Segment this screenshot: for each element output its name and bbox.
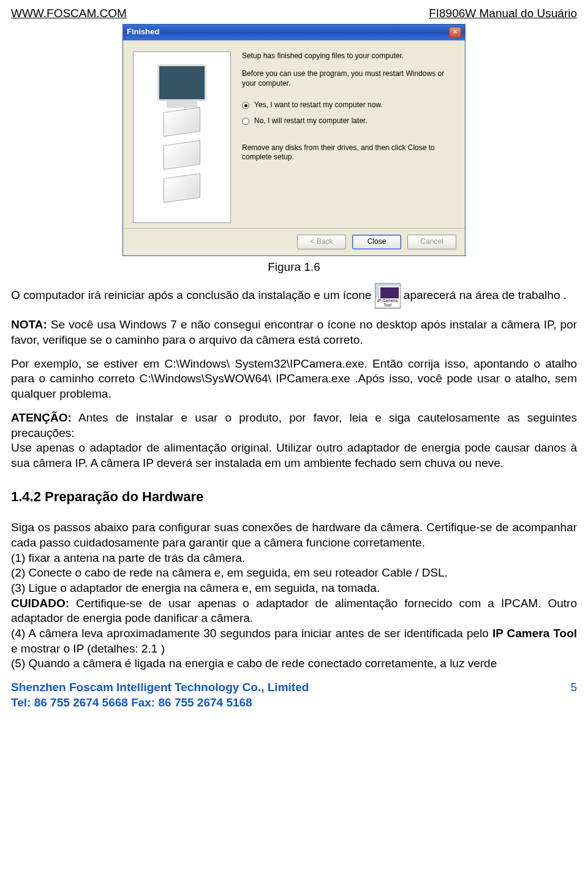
paragraph-restart-icon: O computador irá reiniciar após a conclu… — [11, 283, 577, 309]
close-icon[interactable]: × — [449, 27, 461, 38]
paragraph-example-path: Por exemplo, se estiver em C:\Windows\ S… — [11, 357, 577, 402]
page-number: 5 — [570, 680, 577, 710]
dialog-button-row: < Back Close Cancel — [123, 228, 465, 255]
paragraph-nota: NOTA: Se você usa Windows 7 e não conseg… — [11, 317, 577, 347]
figure-caption: Figura 1.6 — [11, 260, 577, 275]
finished-dialog: Finished × Setup has finished copying fi… — [123, 24, 466, 256]
footer-tel: Tel: 86 755 2674 5668 Fax: 86 755 2674 5… — [11, 695, 309, 711]
section-heading-hardware: 1.4.2 Preparação do Hardware — [11, 488, 577, 506]
ipcamera-tool-icon: IP Camera Tool — [375, 283, 401, 309]
dialog-titlebar: Finished × — [123, 25, 465, 40]
back-button: < Back — [297, 235, 346, 249]
dialog-body: Setup has finished copying files to your… — [123, 40, 465, 228]
header-right: FI8906W Manual do Usuário — [429, 6, 577, 21]
setup-finished-text: Setup has finished copying files to your… — [242, 51, 455, 61]
radio-icon — [242, 102, 249, 109]
restart-radio-group: Yes, I want to restart my computer now. … — [242, 100, 455, 126]
restart-required-text: Before you can use the program, you must… — [242, 69, 455, 88]
footer-company: Shenzhen Foscam Intelligent Technology C… — [11, 680, 309, 695]
radio-restart-now[interactable]: Yes, I want to restart my computer now. — [242, 100, 455, 110]
disk-icon — [164, 107, 200, 136]
cancel-button: Cancel — [407, 235, 456, 249]
cuidado-label: CUIDADO: — [11, 597, 69, 610]
disk-icon — [164, 173, 200, 202]
header-left: WWW.FOSCAM.COM — [11, 6, 127, 21]
dialog-screenshot-wrap: Finished × Setup has finished copying fi… — [11, 24, 577, 256]
radio-icon — [242, 118, 249, 125]
wizard-text: Setup has finished copying files to your… — [242, 51, 455, 223]
radio-label: No, I will restart my computer later. — [254, 116, 368, 126]
paragraph-atencao: ATENÇÃO: Antes de instalar e usar o prod… — [11, 411, 577, 471]
nota-label: NOTA: — [11, 318, 47, 331]
wizard-illustration — [133, 51, 231, 223]
page-footer: Shenzhen Foscam Intelligent Technology C… — [11, 680, 577, 710]
radio-label: Yes, I want to restart my computer now. — [254, 100, 383, 110]
remove-disks-text: Remove any disks from their drives, and … — [242, 143, 455, 162]
dialog-title: Finished — [127, 27, 159, 37]
close-button[interactable]: Close — [352, 235, 401, 249]
page-header: WWW.FOSCAM.COM FI8906W Manual do Usuário — [11, 6, 577, 21]
atencao-label: ATENÇÃO: — [11, 411, 72, 424]
monitor-icon — [157, 64, 206, 101]
hardware-intro: Siga os passos abaixo para configurar su… — [11, 520, 577, 672]
disk-icon — [164, 140, 200, 169]
radio-restart-later[interactable]: No, I will restart my computer later. — [242, 116, 455, 126]
